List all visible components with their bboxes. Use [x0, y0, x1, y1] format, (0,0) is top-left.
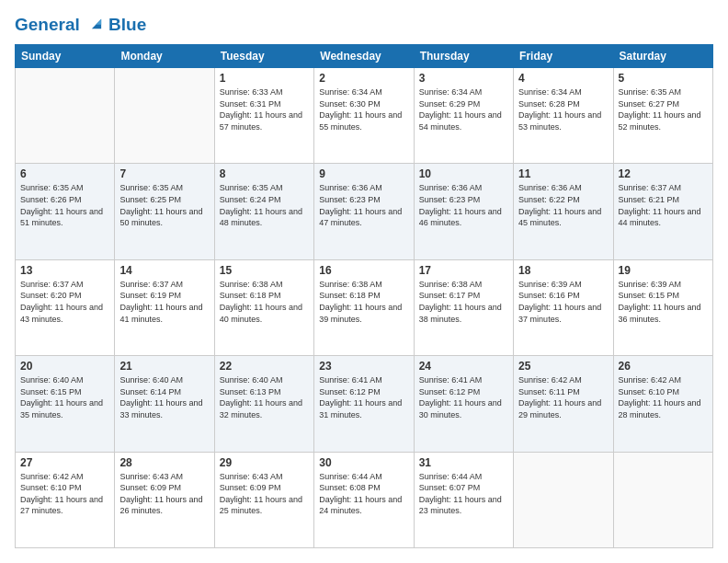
day-info: Sunrise: 6:35 AM Sunset: 6:26 PM Dayligh… — [20, 182, 109, 228]
day-number: 3 — [419, 72, 508, 85]
day-number: 25 — [518, 360, 608, 373]
day-number: 28 — [119, 456, 209, 469]
calendar-cell: 16Sunrise: 6:38 AM Sunset: 6:18 PM Dayli… — [314, 259, 414, 355]
day-info: Sunrise: 6:39 AM Sunset: 6:15 PM Dayligh… — [619, 279, 708, 325]
day-number: 5 — [619, 72, 708, 85]
day-number: 16 — [319, 264, 408, 277]
day-info: Sunrise: 6:40 AM Sunset: 6:15 PM Dayligh… — [20, 374, 109, 420]
day-info: Sunrise: 6:37 AM Sunset: 6:21 PM Dayligh… — [619, 182, 708, 228]
day-info: Sunrise: 6:44 AM Sunset: 6:07 PM Dayligh… — [419, 471, 508, 517]
day-info: Sunrise: 6:42 AM Sunset: 6:10 PM Dayligh… — [619, 374, 708, 420]
calendar-cell: 10Sunrise: 6:36 AM Sunset: 6:23 PM Dayli… — [414, 164, 513, 259]
day-number: 8 — [220, 167, 309, 180]
calendar-cell: 13Sunrise: 6:37 AM Sunset: 6:20 PM Dayli… — [16, 259, 115, 355]
weekday-header-tuesday: Tuesday — [214, 45, 313, 68]
day-number: 10 — [419, 167, 508, 180]
calendar-week-1: 1Sunrise: 6:33 AM Sunset: 6:31 PM Daylig… — [16, 68, 713, 164]
weekday-header-saturday: Saturday — [613, 45, 712, 68]
day-number: 4 — [518, 72, 608, 85]
day-info: Sunrise: 6:40 AM Sunset: 6:14 PM Dayligh… — [119, 374, 209, 420]
calendar-cell: 3Sunrise: 6:34 AM Sunset: 6:29 PM Daylig… — [414, 68, 513, 164]
calendar-cell — [613, 452, 712, 547]
calendar-cell: 28Sunrise: 6:43 AM Sunset: 6:09 PM Dayli… — [115, 452, 214, 547]
day-number: 11 — [518, 167, 608, 180]
day-number: 27 — [20, 456, 109, 469]
day-info: Sunrise: 6:33 AM Sunset: 6:31 PM Dayligh… — [220, 86, 309, 132]
day-info: Sunrise: 6:36 AM Sunset: 6:22 PM Dayligh… — [518, 182, 608, 228]
day-info: Sunrise: 6:34 AM Sunset: 6:28 PM Dayligh… — [518, 86, 608, 132]
weekday-header-thursday: Thursday — [414, 45, 513, 68]
day-info: Sunrise: 6:34 AM Sunset: 6:29 PM Dayligh… — [419, 86, 508, 132]
day-info: Sunrise: 6:38 AM Sunset: 6:18 PM Dayligh… — [220, 279, 309, 325]
calendar-cell: 2Sunrise: 6:34 AM Sunset: 6:30 PM Daylig… — [314, 68, 414, 164]
calendar-cell: 11Sunrise: 6:36 AM Sunset: 6:22 PM Dayli… — [514, 164, 613, 259]
day-info: Sunrise: 6:38 AM Sunset: 6:18 PM Dayligh… — [319, 279, 408, 325]
page: General Blue SundayMondayTuesdayWednesda… — [0, 0, 728, 563]
calendar-cell: 31Sunrise: 6:44 AM Sunset: 6:07 PM Dayli… — [414, 452, 513, 547]
calendar-cell: 27Sunrise: 6:42 AM Sunset: 6:10 PM Dayli… — [16, 452, 115, 547]
day-number: 14 — [119, 264, 209, 277]
calendar-cell: 14Sunrise: 6:37 AM Sunset: 6:19 PM Dayli… — [115, 259, 214, 355]
day-info: Sunrise: 6:43 AM Sunset: 6:09 PM Dayligh… — [119, 471, 209, 517]
logo: General Blue — [15, 15, 146, 35]
calendar-cell: 9Sunrise: 6:36 AM Sunset: 6:23 PM Daylig… — [314, 164, 414, 259]
day-info: Sunrise: 6:36 AM Sunset: 6:23 PM Dayligh… — [319, 182, 408, 228]
weekday-header-friday: Friday — [514, 45, 613, 68]
calendar-week-2: 6Sunrise: 6:35 AM Sunset: 6:26 PM Daylig… — [16, 164, 713, 259]
logo-blue: Blue — [108, 15, 146, 35]
day-info: Sunrise: 6:37 AM Sunset: 6:19 PM Dayligh… — [119, 279, 209, 325]
weekday-header-sunday: Sunday — [16, 45, 115, 68]
day-info: Sunrise: 6:42 AM Sunset: 6:11 PM Dayligh… — [518, 374, 608, 420]
calendar-cell — [115, 68, 214, 164]
calendar-cell: 30Sunrise: 6:44 AM Sunset: 6:08 PM Dayli… — [314, 452, 414, 547]
day-info: Sunrise: 6:41 AM Sunset: 6:12 PM Dayligh… — [319, 374, 408, 420]
calendar-cell: 15Sunrise: 6:38 AM Sunset: 6:18 PM Dayli… — [214, 259, 313, 355]
day-number: 15 — [220, 264, 309, 277]
weekday-header-wednesday: Wednesday — [314, 45, 414, 68]
day-number: 2 — [319, 72, 408, 85]
calendar-cell: 19Sunrise: 6:39 AM Sunset: 6:15 PM Dayli… — [613, 259, 712, 355]
calendar-cell — [16, 68, 115, 164]
day-number: 21 — [119, 360, 209, 373]
calendar-cell: 6Sunrise: 6:35 AM Sunset: 6:26 PM Daylig… — [16, 164, 115, 259]
day-number: 31 — [419, 456, 508, 469]
day-number: 29 — [220, 456, 309, 469]
weekday-header-row: SundayMondayTuesdayWednesdayThursdayFrid… — [16, 45, 713, 68]
day-number: 12 — [619, 167, 708, 180]
calendar-week-5: 27Sunrise: 6:42 AM Sunset: 6:10 PM Dayli… — [16, 452, 713, 547]
day-number: 26 — [619, 360, 708, 373]
day-number: 20 — [20, 360, 109, 373]
day-info: Sunrise: 6:39 AM Sunset: 6:16 PM Dayligh… — [518, 279, 608, 325]
calendar-cell: 17Sunrise: 6:38 AM Sunset: 6:17 PM Dayli… — [414, 259, 513, 355]
day-number: 19 — [619, 264, 708, 277]
svg-marker-1 — [96, 18, 101, 24]
day-info: Sunrise: 6:35 AM Sunset: 6:25 PM Dayligh… — [119, 182, 209, 228]
calendar-cell: 4Sunrise: 6:34 AM Sunset: 6:28 PM Daylig… — [514, 68, 613, 164]
day-info: Sunrise: 6:38 AM Sunset: 6:17 PM Dayligh… — [419, 279, 508, 325]
day-info: Sunrise: 6:35 AM Sunset: 6:27 PM Dayligh… — [619, 86, 708, 132]
calendar-cell: 1Sunrise: 6:33 AM Sunset: 6:31 PM Daylig… — [214, 68, 313, 164]
day-info: Sunrise: 6:40 AM Sunset: 6:13 PM Dayligh… — [220, 374, 309, 420]
calendar-cell: 12Sunrise: 6:37 AM Sunset: 6:21 PM Dayli… — [613, 164, 712, 259]
day-info: Sunrise: 6:36 AM Sunset: 6:23 PM Dayligh… — [419, 182, 508, 228]
calendar-table: SundayMondayTuesdayWednesdayThursdayFrid… — [15, 44, 713, 548]
calendar-cell: 24Sunrise: 6:41 AM Sunset: 6:12 PM Dayli… — [414, 356, 513, 452]
calendar-cell: 8Sunrise: 6:35 AM Sunset: 6:24 PM Daylig… — [214, 164, 313, 259]
day-number: 9 — [319, 167, 408, 180]
weekday-header-monday: Monday — [115, 45, 214, 68]
calendar-cell: 7Sunrise: 6:35 AM Sunset: 6:25 PM Daylig… — [115, 164, 214, 259]
calendar-cell: 22Sunrise: 6:40 AM Sunset: 6:13 PM Dayli… — [214, 356, 313, 452]
calendar-week-3: 13Sunrise: 6:37 AM Sunset: 6:20 PM Dayli… — [16, 259, 713, 355]
day-number: 24 — [419, 360, 508, 373]
day-number: 6 — [20, 167, 109, 180]
header: General Blue — [15, 15, 713, 35]
day-number: 1 — [220, 72, 309, 85]
day-number: 7 — [119, 167, 209, 180]
day-info: Sunrise: 6:44 AM Sunset: 6:08 PM Dayligh… — [319, 471, 408, 517]
calendar-cell — [514, 452, 613, 547]
day-info: Sunrise: 6:34 AM Sunset: 6:30 PM Dayligh… — [319, 86, 408, 132]
calendar-cell: 18Sunrise: 6:39 AM Sunset: 6:16 PM Dayli… — [514, 259, 613, 355]
day-number: 18 — [518, 264, 608, 277]
logo-general: General — [15, 15, 80, 34]
calendar-cell: 29Sunrise: 6:43 AM Sunset: 6:09 PM Dayli… — [214, 452, 313, 547]
